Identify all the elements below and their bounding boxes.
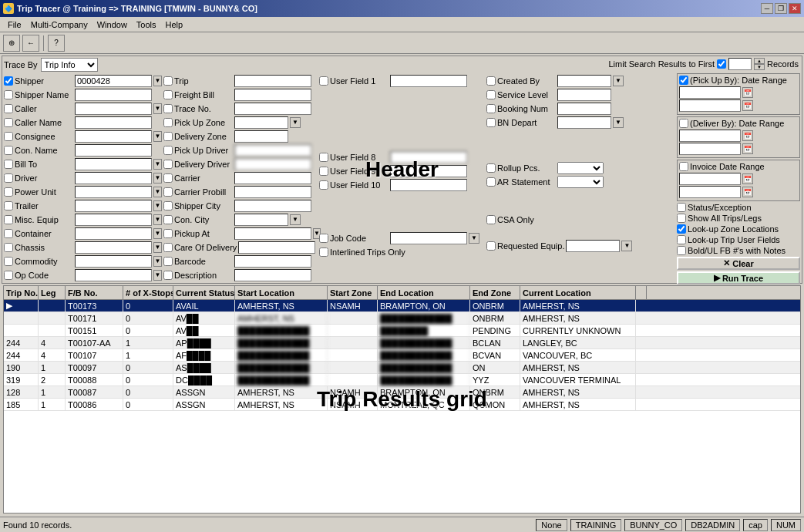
statusexception-checkbox[interactable] [677, 203, 686, 212]
powerunit-lookup[interactable]: ▼ [153, 187, 162, 197]
deliver-date-checkbox[interactable] [679, 119, 688, 128]
carrier-input[interactable] [234, 172, 311, 184]
csaonly-checkbox[interactable] [486, 215, 496, 224]
deliverydriver-input[interactable] [234, 158, 311, 170]
table-row[interactable]: 244 4 T00107-AA 1 AP████ ████████████ ██… [4, 337, 800, 349]
trip-input[interactable] [234, 75, 311, 87]
shippercity-input[interactable] [234, 200, 311, 212]
commodity-input[interactable] [75, 255, 152, 268]
lookuptrip-checkbox[interactable] [677, 235, 686, 244]
spin-down[interactable]: ▼ [754, 64, 765, 70]
traceno-checkbox[interactable] [163, 104, 173, 113]
table-row[interactable]: 185 1 T00086 0 ASSGN AMHERST, NS NSAMH M… [4, 399, 800, 411]
run-trace-button[interactable]: ▶ Run Trace [677, 271, 800, 285]
menu-window[interactable]: Window [93, 19, 132, 31]
limit-value[interactable]: 50 [728, 58, 752, 70]
bndepart-input[interactable] [557, 116, 611, 129]
close-button[interactable]: ✕ [789, 3, 801, 14]
driver-input[interactable] [75, 172, 152, 184]
concity-lookup[interactable]: ▼ [290, 214, 301, 225]
barcode-checkbox[interactable] [163, 257, 173, 266]
pickupat-input[interactable] [234, 227, 311, 240]
commodity-lookup[interactable]: ▼ [153, 256, 162, 267]
invoice-date2-input[interactable] [679, 186, 741, 198]
userfield8-checkbox[interactable] [319, 153, 328, 162]
spin-up[interactable]: ▲ [754, 58, 765, 64]
userfield8-input[interactable] [390, 151, 467, 163]
miscequip-checkbox[interactable] [4, 215, 13, 224]
deliver-date2-cal[interactable]: 📅 [742, 143, 753, 154]
servicelevel-input[interactable] [557, 89, 611, 101]
userfield10-input[interactable] [390, 179, 467, 191]
boldul-checkbox[interactable] [677, 246, 686, 255]
chassis-checkbox[interactable] [4, 243, 13, 252]
pickupzone-lookup[interactable]: ▼ [290, 117, 301, 128]
back-button[interactable]: ← [22, 35, 39, 52]
deliveryzone-checkbox[interactable] [163, 132, 173, 141]
pickup-date2-cal[interactable]: 📅 [742, 100, 753, 111]
userfield1-checkbox[interactable] [319, 76, 328, 86]
conname-input[interactable] [75, 144, 152, 157]
pickupdriver-input[interactable] [234, 144, 311, 157]
createdby-checkbox[interactable] [486, 76, 496, 86]
freightbill-input[interactable] [234, 89, 311, 101]
caller-lookup[interactable]: ▼ [153, 103, 162, 114]
table-row[interactable]: ▶ T00173 0 AVAIL AMHERST, NS NSAMH BRAMP… [4, 300, 800, 312]
opcode-lookup[interactable]: ▼ [153, 270, 162, 281]
userfield9-input[interactable] [390, 165, 467, 177]
table-row[interactable]: 190 1 T00097 0 AS████ ████████████ █████… [4, 362, 800, 374]
callername-input[interactable] [75, 116, 152, 129]
restore-button[interactable]: ❐ [775, 3, 787, 14]
chassis-input[interactable] [75, 241, 152, 254]
consignee-lookup[interactable]: ▼ [153, 131, 162, 142]
trailer-checkbox[interactable] [4, 201, 13, 210]
grid-body[interactable]: ▶ T00173 0 AVAIL AMHERST, NS NSAMH BRAMP… [4, 300, 800, 513]
deliverydriver-checkbox[interactable] [163, 160, 173, 169]
rolluppcs-checkbox[interactable] [486, 163, 496, 173]
menu-help[interactable]: Help [161, 19, 188, 31]
createdby-input[interactable] [557, 75, 611, 87]
userfield10-checkbox[interactable] [319, 180, 328, 190]
userfield9-checkbox[interactable] [319, 167, 328, 176]
conname-checkbox[interactable] [4, 146, 13, 155]
freightbill-checkbox[interactable] [163, 90, 173, 99]
shipper-lookup[interactable]: ▼ [153, 76, 162, 86]
clear-button[interactable]: ✕ Clear [677, 257, 800, 270]
invoice-date1-cal[interactable]: 📅 [742, 173, 753, 184]
pickup-date1-cal[interactable]: 📅 [742, 87, 753, 98]
menu-tools[interactable]: Tools [132, 19, 161, 31]
rolluppcs-select[interactable] [557, 162, 604, 174]
deliver-date2-input[interactable] [679, 143, 741, 155]
trace-by-select[interactable]: Trip Info Freight Bill Container [41, 58, 98, 72]
concity-checkbox[interactable] [163, 215, 173, 224]
new-button[interactable]: ⊕ [3, 35, 20, 52]
shipper-input[interactable] [75, 75, 152, 87]
pickupzone-checkbox[interactable] [163, 118, 173, 127]
table-row[interactable]: 128 1 T00087 0 ASSGN AMHERST, NS NSAMH B… [4, 386, 800, 399]
careofdelivery-checkbox[interactable] [163, 243, 173, 252]
deliveryzone-input[interactable] [234, 130, 288, 143]
servicelevel-checkbox[interactable] [486, 90, 496, 99]
bndepart-lookup[interactable]: ▼ [613, 117, 624, 128]
callername-checkbox[interactable] [4, 118, 13, 127]
help-button[interactable]: ? [48, 35, 65, 52]
trailer-lookup[interactable]: ▼ [153, 200, 162, 211]
deliver-date1-cal[interactable]: 📅 [742, 130, 753, 141]
careofdelivery-input[interactable] [238, 241, 315, 254]
bookingnum-input[interactable] [557, 103, 611, 115]
table-row[interactable]: T00151 0 AV██ ████████████ ████████ PEND… [4, 325, 800, 337]
jobcode-checkbox[interactable] [319, 234, 328, 243]
pickupzone-input[interactable] [234, 116, 288, 129]
carrierprobill-checkbox[interactable] [163, 187, 173, 197]
description-input[interactable] [234, 269, 311, 281]
shippercity-checkbox[interactable] [163, 201, 173, 210]
minimize-button[interactable]: ─ [761, 3, 773, 14]
table-row[interactable]: T00171 0 AV██ AMHERST, NS ████████████ O… [4, 312, 800, 325]
pickupdriver-checkbox[interactable] [163, 146, 173, 155]
miscequip-lookup[interactable]: ▼ [153, 214, 162, 225]
opcode-checkbox[interactable] [4, 271, 13, 280]
billto-checkbox[interactable] [4, 160, 13, 169]
container-input[interactable] [75, 227, 152, 240]
jobcode-input[interactable] [390, 232, 467, 244]
container-checkbox[interactable] [4, 229, 13, 238]
